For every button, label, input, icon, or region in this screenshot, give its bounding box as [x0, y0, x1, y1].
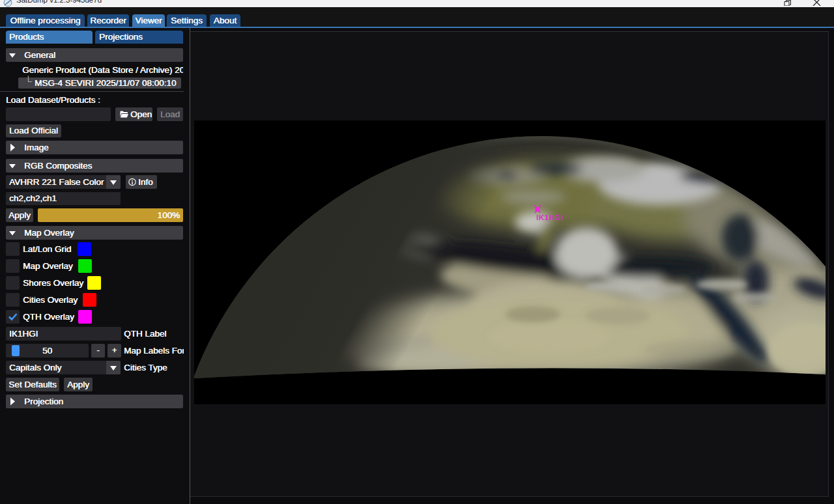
svg-text:IK1HGI: IK1HGI	[536, 214, 563, 221]
